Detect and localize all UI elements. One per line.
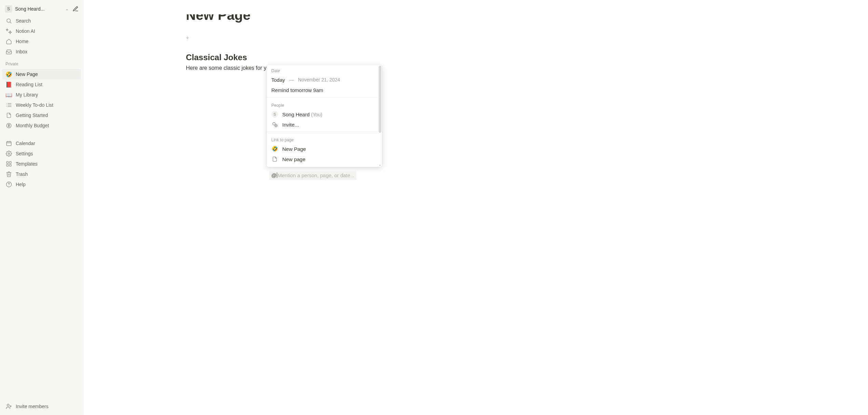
invite-icon [5,403,12,410]
svg-line-1 [10,22,11,23]
sidebar: S Song Heard... ⌄ Search Notion AI [0,0,83,415]
sidebar-item-my-library[interactable]: 📖 My Library [2,90,81,100]
svg-rect-16 [6,165,8,166]
inbox-icon [5,48,12,55]
text-caret [277,172,277,178]
sidebar-item-label: Settings [16,151,33,156]
popup-section-link: Link to page [267,134,378,144]
svg-point-20 [7,404,9,406]
mention-input[interactable]: @Mention a person, page, or date... [269,170,356,180]
scrollbar-thumb[interactable] [379,66,381,133]
page-editor: New Page + Classical Jokes Here are some… [83,0,868,415]
sidebar-item-label: Trash [16,171,28,177]
page-icon [5,112,12,119]
person-name: Song Heard [282,112,310,117]
sidebar-item-label: Search [16,18,31,24]
sidebar-item-weekly-todo[interactable]: Weekly To-do List [2,100,81,110]
page-emoji-icon: 🤣 [271,145,278,152]
svg-rect-17 [10,165,11,166]
chevron-down-icon: ⌄ [65,7,69,11]
sidebar-item-home[interactable]: Home [2,36,81,47]
ai-sparkle-icon [5,28,12,35]
heading-2[interactable]: Classical Jokes [186,53,432,62]
sidebar-item-new-page[interactable]: 🤣 New Page [2,69,81,79]
sidebar-item-label: Calendar [16,141,35,146]
sidebar-item-search[interactable]: Search [2,16,81,26]
popup-section-people: People [267,100,378,109]
trash-icon [5,171,12,178]
svg-point-0 [7,19,11,23]
page-emoji-icon: 📕 [5,81,12,88]
sidebar-section-private: Private [0,58,83,68]
person-you-tag: (You) [311,112,322,117]
popup-item-person-self[interactable]: S Song Heard (You) [267,109,378,119]
sidebar-item-settings[interactable]: Settings [2,148,81,159]
invite-people-icon [271,121,278,128]
sidebar-item-reading-list[interactable]: 📕 Reading List [2,79,81,90]
add-block-button[interactable]: + [186,35,432,41]
workspace-switcher[interactable]: S Song Heard... ⌄ [0,3,83,14]
popup-today-date: November 21, 2024 [298,77,340,82]
sidebar-item-label: Help [16,182,26,187]
sidebar-item-label: Reading List [16,82,42,87]
sidebar-item-inbox[interactable]: Inbox [2,47,81,57]
gear-icon [5,150,12,157]
sidebar-item-calendar[interactable]: Calendar [2,138,81,148]
popup-item-invite[interactable]: Invite... [267,119,378,130]
popup-item-label: Invite... [282,122,299,128]
home-icon [5,38,12,45]
budget-icon [5,122,12,129]
mention-popup: Date Today — November 21, 2024 Remind to… [267,65,382,167]
popup-item-label: Remind tomorrow 9am [271,87,323,93]
sidebar-item-label: My Library [16,92,38,98]
popup-item-link-page[interactable]: New page [267,154,378,164]
page-emoji-icon: 🤣 [5,71,12,78]
new-page-button[interactable] [71,5,80,13]
sidebar-item-help[interactable]: Help [2,179,81,190]
page-title[interactable]: New Page [186,8,432,23]
sidebar-item-label: New Page [16,72,38,77]
popup-scrollbar[interactable]: ▾ [378,65,382,167]
scrollbar-down-arrow-icon[interactable]: ▾ [379,164,381,167]
calendar-icon [5,140,12,147]
workspace-avatar: S [5,5,12,13]
search-icon [5,17,12,24]
page-icon [271,156,278,163]
help-icon [5,181,12,188]
sidebar-item-label: Invite members [16,404,49,409]
compose-icon [72,6,79,12]
separator: — [289,77,294,82]
list-icon [5,102,12,108]
popup-section-date: Date [267,65,378,75]
sidebar-item-label: Notion AI [16,28,35,34]
sidebar-item-label: Monthly Budget [16,123,49,128]
person-avatar: S [271,111,278,118]
sidebar-item-label: Weekly To-do List [16,102,53,108]
mention-placeholder: Mention a person, page, or date... [277,172,354,178]
popup-item-today[interactable]: Today — November 21, 2024 [267,75,378,85]
popup-item-label: New Page [282,146,306,152]
sidebar-item-label: Inbox [16,49,27,54]
sidebar-item-label: Home [16,39,28,44]
popup-item-link-page[interactable]: 🤣 New Page [267,144,378,154]
sidebar-invite-members[interactable]: Invite members [2,401,81,412]
sidebar-item-getting-started[interactable]: Getting Started [2,110,81,120]
sidebar-item-notion-ai[interactable]: Notion AI [2,26,81,36]
popup-item-label: New page [282,156,306,162]
svg-rect-15 [10,161,11,163]
workspace-name: Song Heard... [15,6,63,12]
sidebar-item-label: Templates [16,161,38,167]
popup-item-remind[interactable]: Remind tomorrow 9am [267,85,378,95]
sidebar-item-label: Getting Started [16,113,48,118]
svg-rect-9 [6,142,11,146]
sidebar-item-monthly-budget[interactable]: Monthly Budget [2,120,81,131]
svg-rect-14 [6,161,8,163]
popup-item-label: Today [271,77,285,83]
mention-prefix: @ [271,172,276,178]
templates-icon [5,160,12,167]
sidebar-item-templates[interactable]: Templates [2,159,81,169]
sidebar-item-trash[interactable]: Trash [2,169,81,179]
page-emoji-icon: 📖 [5,91,12,98]
svg-point-13 [8,153,10,155]
divider [267,132,378,132]
